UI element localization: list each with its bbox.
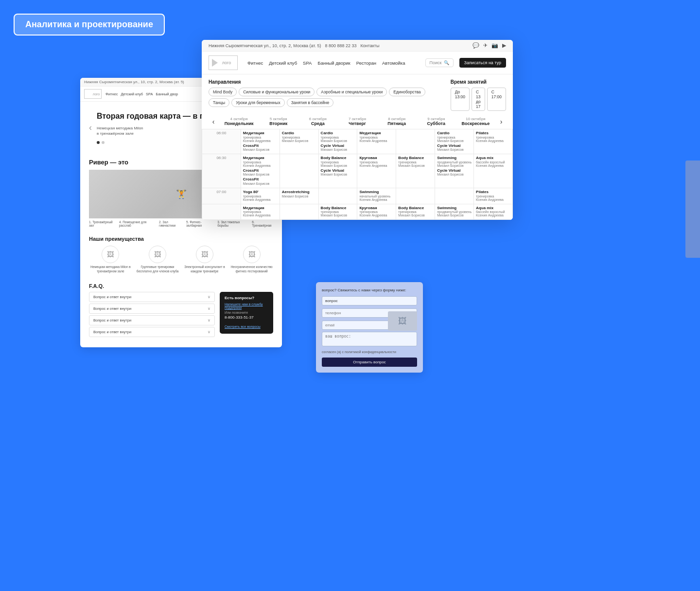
class-crossfit1-0630-mon[interactable]: CrossFit Михаил Борисов: [243, 168, 278, 177]
class-krugovaya-0630-thu[interactable]: Круговая тренировка Ксения Андреева: [359, 156, 394, 167]
nav-kids[interactable]: Детский клуб: [269, 60, 297, 66]
time-after-17[interactable]: С 17:00: [487, 88, 506, 111]
class-cardio-sat[interactable]: Cardio тренировка Михаил Борисов: [437, 131, 472, 143]
cal-day-4[interactable]: 8 октября Пятница: [377, 116, 417, 127]
time-13-17[interactable]: С 13 до 17: [472, 88, 485, 111]
class-swimming-0700-thu[interactable]: Swimming начальный уровень Ксения Андрее…: [359, 190, 394, 201]
class-meditaciya-mon[interactable]: Медитация тренировка Ксения Андреева: [243, 131, 278, 143]
class-swimming-extra-sat[interactable]: Swimming продвинутый уровень Михаил Бори…: [437, 206, 472, 217]
class-cyclevirtual-0630-sat[interactable]: Cycle Virtual Михаил Борисов: [437, 168, 472, 177]
class-cyclevirtual-sat[interactable]: Cycle Virtual Михаил Борисов: [437, 143, 472, 152]
hero-dot-2[interactable]: [102, 141, 105, 144]
class-aquamix-extra-sun[interactable]: Aqua mix бассейн взрослый Ксения Андреев…: [476, 206, 510, 217]
cal-day-6[interactable]: 10 октября Воскресенье: [456, 116, 495, 127]
sec-faq-item-3[interactable]: Вопрос и ответ внутри ∨: [89, 315, 215, 325]
cell-0630-mon[interactable]: Медитация тренировка Ксения Андреева Cro…: [241, 154, 280, 188]
class-cyclevirtual-0630-wed[interactable]: Cycle Virtual Михаил Борисов: [321, 168, 355, 177]
cal-day-0[interactable]: 4 октября Понедельник: [219, 116, 259, 127]
class-yoga-0700-mon[interactable]: Yoga 80' тренировка Ксения Андреева: [243, 190, 278, 201]
class-cardio-wed[interactable]: Cardio тренировка Михаил Борисов: [321, 131, 355, 143]
cell-0600-sat[interactable]: Cardio тренировка Михаил Борисов Cycle V…: [435, 129, 474, 154]
filter-pool[interactable]: Занятия в бассейне: [287, 98, 333, 107]
filter-aerobic[interactable]: Аэробные и специальные уроки: [316, 88, 387, 96]
cal-day-3[interactable]: 7 октября Четверг: [337, 116, 377, 127]
class-krugovaya-extra-thu[interactable]: Круговая тренировка Ксения Андреева: [359, 206, 394, 217]
cal-day-5[interactable]: 9 октября Суббота: [417, 116, 456, 127]
cell-0600-wed[interactable]: Cardio тренировка Михаил Борисов Cycle V…: [318, 129, 357, 154]
class-pilates-0700-sun[interactable]: Pilates тренировка Ксения Андреева: [476, 190, 510, 201]
class-bodybalance-extra-wed[interactable]: Body Balance тренировка Михаил Борисов: [321, 206, 355, 217]
cell-0600-sun[interactable]: Pilates тренировка Ксения Андреева: [474, 129, 513, 154]
class-aerostretching-0700-tue[interactable]: Aerostretching Михаил Борисов: [282, 190, 316, 198]
filter-dance[interactable]: Танцы: [209, 98, 229, 107]
cal-next[interactable]: ›: [496, 117, 506, 126]
nav-spa[interactable]: SPA: [303, 60, 312, 66]
cell-extra-fri[interactable]: Body Balance тренировка Михаил Борисов: [396, 204, 435, 220]
whatsapp-icon[interactable]: 💬: [472, 42, 479, 49]
cell-extra-mon[interactable]: Медитация тренировка Ксения Андреева: [241, 204, 280, 220]
filter-strength[interactable]: Силовые и функциональные уроки: [239, 88, 315, 96]
filter-martial[interactable]: Единоборства: [389, 88, 425, 96]
sec-nav-bath[interactable]: Банный двор: [156, 92, 178, 96]
time-before-13[interactable]: До 13:00: [451, 88, 470, 111]
form-question-select[interactable]: вопрос: [322, 296, 417, 305]
cell-0630-sun[interactable]: Aqua mix бассейн взрослый Ксения Андреев…: [474, 154, 513, 188]
filter-pregnant[interactable]: Уроки для беременных: [231, 98, 284, 107]
cell-0600-tue[interactable]: Cardio тренировка Михаил Борисов: [280, 129, 318, 154]
cell-0700-sun[interactable]: Pilates тренировка Ксения Андреева: [474, 188, 513, 204]
nav-bath[interactable]: Банный дворик: [317, 60, 350, 66]
class-crossfit-mon[interactable]: CrossFit Михаил Борисов: [243, 143, 278, 152]
cell-0630-wed[interactable]: Body Balance тренировка Михаил Борисов C…: [318, 154, 357, 188]
class-cyclevirtual-wed[interactable]: Cycle Virtual Михаил Борисов: [321, 143, 355, 152]
sec-nav-fitness[interactable]: Фитнес: [105, 92, 118, 96]
cell-0600-thu[interactable]: Медитация тренировка Ксения Андреева: [357, 129, 396, 154]
class-meditaciya-extra-mon[interactable]: Медитация тренировка Ксения Андреева: [243, 206, 278, 217]
cell-0630-fri[interactable]: Body Balance тренировка Михаил Борисов: [396, 154, 435, 188]
instagram-icon[interactable]: 📷: [491, 42, 498, 49]
class-swimming-0630-sat[interactable]: Swimming продвинутый уровень Михаил Бори…: [437, 156, 472, 167]
cell-extra-thu[interactable]: Круговая тренировка Ксения Андреева: [357, 204, 396, 220]
filter-mindbody[interactable]: Mind Body: [209, 88, 237, 96]
cta-button[interactable]: Записаться на тур: [459, 58, 506, 68]
class-bodybalance-0630-wed[interactable]: Body Balance тренировка Михаил Борисов: [321, 156, 355, 167]
sec-nav-kids[interactable]: Детский клуб: [121, 92, 143, 96]
cell-extra-wed[interactable]: Body Balance тренировка Михаил Борисов: [318, 204, 357, 220]
nav-carwash[interactable]: Автомойка: [382, 60, 405, 66]
hero-dot-1[interactable]: [97, 141, 100, 144]
cal-prev[interactable]: ‹: [209, 117, 218, 126]
cal-day-1[interactable]: 5 октября Вторник: [259, 116, 298, 127]
nav-fitness[interactable]: Фитнес: [247, 60, 263, 66]
contact-link1[interactable]: Напишите нам в службу поддержки: [225, 303, 268, 309]
cell-0630-sat[interactable]: Swimming продвинутый уровень Михаил Бори…: [435, 154, 474, 188]
sec-nav-spa[interactable]: SPA: [146, 92, 153, 96]
class-bodybalance-0630-fri[interactable]: Body Balance тренировка Михаил Борисов: [398, 156, 433, 167]
cell-0630-thu[interactable]: Круговая тренировка Ксения Андреева: [357, 154, 396, 188]
cell-0700-tue[interactable]: Aerostretching Михаил Борисов: [280, 188, 318, 204]
cell-extra-sun[interactable]: Aqua mix бассейн взрослый Ксения Андреев…: [474, 204, 513, 220]
topbar-right: 💬 ✈ 📷 ▶: [472, 42, 506, 49]
class-bodybalance-extra-fri[interactable]: Body Balance тренировка Михаил Борисов: [398, 206, 433, 217]
cell-0600-mon[interactable]: Медитация тренировка Ксения Андреева Cro…: [241, 129, 280, 154]
youtube-icon[interactable]: ▶: [502, 42, 506, 49]
class-meditaciya-0630-mon[interactable]: Медитация тренировка Ксения Андреева: [243, 156, 278, 167]
cell-extra-sat[interactable]: Swimming продвинутый уровень Михаил Бори…: [435, 204, 474, 220]
form-submit-button[interactable]: Отправить вопрос: [322, 358, 417, 367]
contact-link2[interactable]: Смотреть все вопросы: [225, 325, 261, 328]
main-contacts[interactable]: Контакты: [361, 43, 380, 48]
sec-faq-item-2[interactable]: Вопрос и ответ внутри ∨: [89, 304, 215, 314]
search-bar[interactable]: Поиск 🔍: [425, 58, 454, 67]
class-cardio-tue[interactable]: Cardio тренировка Михаил Борисов: [282, 131, 316, 143]
class-aquamix-0630-sun[interactable]: Aqua mix бассейн взрослый Ксения Андреев…: [476, 156, 510, 167]
class-pilates-sun[interactable]: Pilates тренировка Ксения Андреева: [476, 131, 510, 143]
cell-0700-thu[interactable]: Swimming начальный уровень Ксения Андрее…: [357, 188, 396, 204]
telegram-icon[interactable]: ✈: [483, 42, 488, 49]
sec-faq-item-4[interactable]: Вопрос и ответ внутри ∨: [89, 327, 215, 337]
search-label: Поиск: [430, 60, 442, 65]
class-crossfit2-0630-mon[interactable]: CrossFit Михаил Борисов: [243, 177, 278, 185]
nav-restaurant[interactable]: Ресторан: [356, 60, 376, 66]
form-message-textarea[interactable]: [322, 332, 417, 346]
cell-0700-mon[interactable]: Yoga 80' тренировка Ксения Андреева: [241, 188, 280, 204]
sec-faq-item-1[interactable]: Вопрос и ответ внутри ∨: [89, 292, 215, 302]
class-meditaciya-thu[interactable]: Медитация тренировка Ксения Андреева: [359, 131, 394, 143]
cal-day-2[interactable]: 6 октября Среда: [298, 116, 337, 127]
